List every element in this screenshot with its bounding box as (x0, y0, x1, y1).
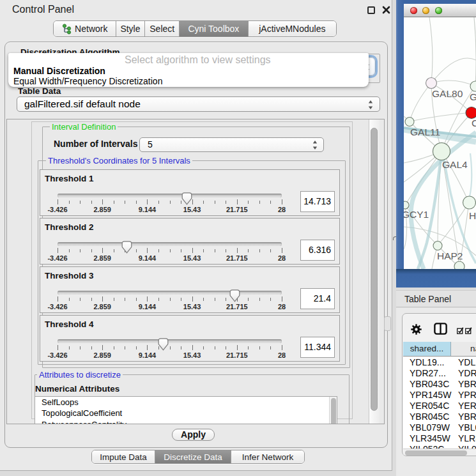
gear-icon[interactable] (411, 324, 422, 337)
cell-shared-name[interactable]: YBR043C (410, 379, 449, 390)
settings-vertical-scrollbar-thumb[interactable] (371, 128, 378, 411)
close-icon[interactable] (381, 5, 391, 15)
network-node-GAL4[interactable] (433, 143, 450, 160)
threshold-value-field[interactable]: 11.344 (300, 337, 335, 358)
threshold-value-field[interactable]: 6.316 (300, 240, 335, 261)
network-node-GAL11[interactable] (405, 118, 414, 127)
table-row[interactable]: YDR27...YDR277C (403, 368, 476, 379)
checkbox-icon[interactable] (465, 325, 472, 337)
table-row[interactable]: YLR345WYLR345W (403, 433, 476, 444)
slider-minor-tick (91, 201, 92, 204)
cell-shared-name[interactable]: YLR345W (410, 433, 450, 444)
settings-vertical-scrollbar[interactable] (369, 119, 380, 424)
cell-shared-name[interactable]: YPR145W (410, 390, 451, 401)
cell-name[interactable]: YBL079W (458, 422, 476, 433)
tab-network[interactable]: Network (54, 21, 116, 36)
tab-style[interactable]: Style (116, 21, 146, 36)
table-data-combobox[interactable]: galFiltered.sif default node (17, 96, 380, 112)
cell-name[interactable]: YPR145W (458, 390, 476, 401)
column-header-name[interactable]: name (452, 342, 476, 356)
table-horizontal-scrollbar-thumb[interactable] (405, 450, 467, 456)
numerical-attributes-list[interactable]: SelfLoopsTopologicalCoefficientBetweenne… (35, 396, 337, 424)
cell-name[interactable]: YLR345W (458, 433, 476, 444)
network-icon (61, 23, 72, 35)
network-node-HAP2[interactable] (433, 242, 442, 250)
slider-tick-label: 28 (278, 303, 286, 311)
tab-impute-data[interactable]: Impute Data (92, 450, 155, 463)
cell-shared-name[interactable]: YBL079W (410, 422, 450, 433)
slider-minor-tick (114, 249, 114, 252)
network-window-titlebar[interactable] (404, 4, 476, 17)
number-of-intervals-combobox[interactable]: 5 (139, 137, 324, 152)
attributes-list-scrollbar[interactable] (329, 397, 337, 424)
cell-name[interactable]: YBR045C (458, 411, 476, 422)
slider-minor-tick (181, 249, 181, 252)
table-row[interactable]: YER054CYER054C (403, 401, 476, 411)
attribute-list-item[interactable]: TopologicalCoefficient (35, 408, 337, 418)
network-canvas[interactable]: GAL80GACGAL11GAL4GCY1HHAP2 (404, 17, 476, 269)
slider-minor-tick (215, 249, 215, 252)
slider-thumb[interactable] (229, 289, 240, 302)
attribute-list-item[interactable]: BetweennessCentrality (35, 419, 337, 424)
tab-jactivemnodules[interactable]: jActiveMNodules (249, 21, 336, 36)
popup-item-equal-width[interactable]: Equal Width/Frequency Discretization (13, 76, 162, 86)
network-node-GA[interactable] (470, 81, 476, 91)
control-panel-tabbar: Network Style Select Cyni Toolbox jActiv… (53, 20, 337, 37)
slider-track[interactable] (58, 339, 282, 343)
panel-splitter-handle[interactable] (384, 316, 391, 331)
network-node-C-red[interactable] (466, 107, 476, 119)
float-window-icon[interactable] (367, 6, 375, 14)
cell-shared-name[interactable]: YDR27... (410, 368, 446, 379)
threshold-value-field[interactable]: 21.4 (300, 288, 335, 309)
cell-name[interactable]: YER054C (458, 401, 476, 411)
network-node-node-bottom[interactable] (454, 261, 464, 269)
close-traffic-light-icon[interactable] (410, 7, 417, 14)
slider-track[interactable] (58, 291, 282, 295)
slider-thumb[interactable] (181, 192, 192, 205)
slider-minor-tick (91, 346, 92, 349)
slider-track[interactable] (58, 242, 282, 246)
slider-major-tick (192, 296, 193, 302)
table-row[interactable]: YPR145WYPR145W (403, 390, 476, 401)
zoom-traffic-light-icon[interactable] (435, 7, 442, 14)
network-node-GAL80[interactable] (426, 78, 437, 89)
slider-major-tick (237, 199, 238, 204)
cell-name[interactable]: YDR277C (458, 368, 476, 379)
tab-cyni-toolbox[interactable]: Cyni Toolbox (180, 21, 249, 36)
cell-shared-name[interactable]: YDL19... (410, 357, 444, 368)
split-table-icon[interactable] (434, 323, 447, 337)
table-horizontal-scrollbar[interactable] (403, 449, 476, 456)
attribute-list-item[interactable]: SelfLoops (35, 397, 337, 408)
slider-minor-tick (80, 346, 81, 349)
attributes-list-scrollbar-thumb[interactable] (331, 398, 336, 424)
slider-track[interactable] (58, 194, 282, 197)
threshold-row-3: Threshold 3-3.4262.8599.14415.4321.71528… (40, 266, 340, 313)
slider-tick-label: -3.426 (47, 206, 67, 213)
slider-tick-label: 9.144 (139, 351, 157, 359)
combo-stepper-icon (368, 100, 373, 109)
cell-shared-name[interactable]: YER054C (410, 401, 449, 411)
network-node-GCY1[interactable] (404, 201, 409, 209)
minimize-traffic-light-icon[interactable] (422, 7, 429, 14)
tab-infer-network[interactable]: Infer Network (231, 450, 304, 463)
cell-name[interactable]: YDL194W (458, 357, 476, 368)
popup-item-manual-discretization[interactable]: Manual Discretization (13, 66, 105, 76)
threshold-value-field[interactable]: 14.713 (300, 191, 335, 212)
table-row[interactable]: YBR045CYBR045C (403, 411, 476, 422)
cell-name[interactable]: YBR043C (458, 379, 476, 390)
column-header-shared-name[interactable]: shared... (403, 342, 451, 356)
checkbox-icon[interactable] (457, 325, 464, 337)
slider-major-tick (147, 248, 148, 253)
cell-shared-name[interactable]: YBR045C (410, 411, 449, 422)
tab-select[interactable]: Select (145, 21, 180, 36)
table-row[interactable]: YBL079WYBL079W (403, 422, 476, 433)
slider-tick-label: 28 (278, 351, 286, 359)
slider-thumb[interactable] (158, 338, 169, 351)
tab-cyni-toolbox-label: Cyni Toolbox (188, 24, 239, 34)
slider-thumb[interactable] (121, 241, 132, 254)
table-row[interactable]: YDL19...YDL194W (403, 357, 476, 368)
network-node-H[interactable] (463, 196, 476, 209)
apply-button[interactable]: Apply (172, 429, 215, 441)
table-row[interactable]: YBR043CYBR043C (403, 379, 476, 390)
tab-discretize-data[interactable]: Discretize Data (155, 450, 231, 463)
